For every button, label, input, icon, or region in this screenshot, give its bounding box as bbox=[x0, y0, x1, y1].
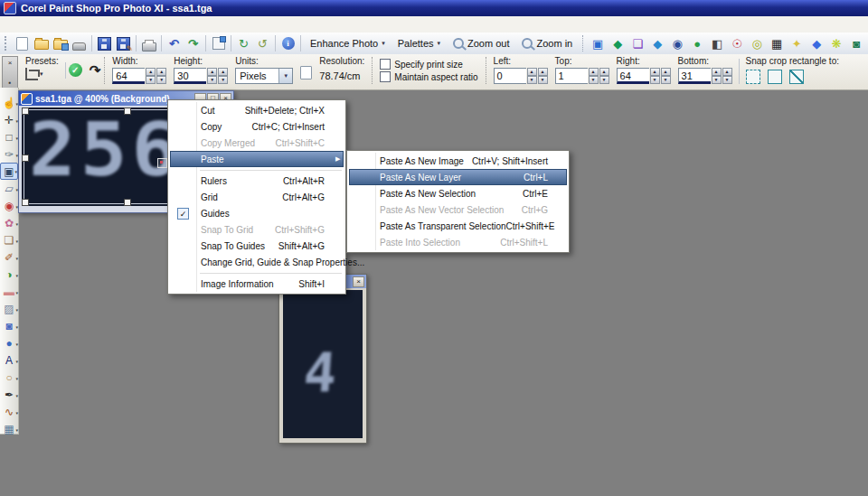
slider-down-button[interactable]: ▼ bbox=[722, 76, 732, 84]
effect-button-fit-image[interactable]: ▣ bbox=[588, 34, 608, 52]
effect-button-weave-pattern[interactable]: ▦ bbox=[767, 34, 787, 52]
flyout-arrow-icon[interactable]: ▾ bbox=[15, 273, 18, 278]
tool-button-mesh-warp[interactable]: ▦ ▾ bbox=[0, 420, 18, 437]
slider-up-button[interactable]: ▲ bbox=[156, 68, 166, 76]
tool-button-picture-tube[interactable]: ● ▾ bbox=[0, 334, 18, 351]
enhance-photo-button[interactable]: Enhance Photo▾ bbox=[304, 38, 392, 49]
field-value[interactable]: 1 bbox=[555, 68, 588, 84]
menu-item-paste-as-new-image[interactable]: Paste As New Image Ctrl+V; Shift+Insert bbox=[349, 153, 567, 169]
spin-up-button[interactable]: ▲ bbox=[207, 68, 217, 76]
clear-crop-button[interactable]: ↷ bbox=[90, 63, 101, 77]
tool-button-red-eye[interactable]: ◉ ▾ bbox=[0, 197, 18, 214]
flyout-arrow-icon[interactable]: ▾ bbox=[15, 256, 18, 261]
tool-button-flood-fill[interactable]: ◙ ▾ bbox=[0, 317, 18, 334]
zoom-out-button[interactable]: Zoom out bbox=[447, 38, 515, 49]
flyout-arrow-icon[interactable]: ▾ bbox=[15, 359, 18, 364]
menu-item-snap-to-grid[interactable]: Snap To Grid Ctrl+Shift+G bbox=[170, 221, 344, 238]
maintain-aspect-ratio-option[interactable]: Maintain aspect ratio bbox=[380, 71, 477, 82]
browse-button[interactable] bbox=[51, 34, 70, 52]
undo-button[interactable]: ↶ bbox=[165, 34, 184, 52]
slider-up-button[interactable]: ▲ bbox=[538, 68, 548, 76]
tool-button-paint-brush[interactable]: ✐ ▾ bbox=[0, 248, 18, 266]
save-button[interactable] bbox=[95, 34, 114, 52]
pin-icon[interactable]: ▪ bbox=[9, 79, 12, 87]
effect-button-red-seal[interactable]: ☉ bbox=[727, 34, 747, 52]
zoom-in-button[interactable]: Zoom in bbox=[515, 38, 579, 49]
slider-down-button[interactable]: ▼ bbox=[661, 76, 671, 84]
spin-down-button[interactable]: ▼ bbox=[146, 76, 156, 84]
apply-crop-button[interactable]: ✓ bbox=[69, 63, 82, 77]
tool-button-pen[interactable]: ✒ ▾ bbox=[0, 386, 18, 403]
tool-button-dropper[interactable]: ✑ ▾ bbox=[0, 145, 18, 163]
dropdown-arrow-icon[interactable]: ▼ bbox=[278, 69, 292, 83]
menu-item-snap-to-guides[interactable]: Snap To Guides Shift+Alt+G bbox=[170, 238, 344, 254]
close-button[interactable]: × bbox=[353, 276, 364, 287]
menu-item-guides[interactable]: ✓ Guides bbox=[170, 205, 344, 221]
menu-item-image-information[interactable]: Image Information Shift+I bbox=[170, 276, 344, 292]
snap-layer-opaque-button[interactable] bbox=[746, 70, 760, 84]
crop-handle[interactable] bbox=[124, 108, 131, 115]
save-as-button[interactable]: ✎ bbox=[114, 34, 133, 52]
field-value[interactable]: 64 bbox=[617, 68, 649, 84]
effect-button-blue-diamond-box[interactable]: ◆ bbox=[647, 34, 667, 52]
menu-item-paste-as-new-layer[interactable]: Paste As New Layer Ctrl+L bbox=[349, 169, 567, 185]
palette-grip[interactable]: × ▪ bbox=[2, 56, 18, 89]
chevron-down-icon[interactable]: ▾ bbox=[40, 70, 43, 78]
spin-up-button[interactable]: ▲ bbox=[650, 68, 660, 76]
tool-button-straighten[interactable]: ▱ ▾ bbox=[0, 180, 18, 197]
flyout-arrow-icon[interactable]: ▾ bbox=[15, 324, 18, 330]
image-information-button[interactable]: i bbox=[278, 34, 297, 52]
slider-down-button[interactable]: ▼ bbox=[538, 76, 548, 84]
redo-button[interactable]: ↷ bbox=[184, 34, 203, 52]
effect-button-sunburst[interactable]: ❋ bbox=[826, 34, 846, 52]
tool-button-pan[interactable]: ☝ ▾ bbox=[0, 94, 18, 111]
menu-item-copy-merged[interactable]: Copy Merged Ctrl+Shift+C bbox=[170, 135, 344, 151]
spin-down-button[interactable]: ▼ bbox=[527, 76, 537, 84]
tool-button-color-changer[interactable]: ◑ ▾ bbox=[0, 266, 18, 283]
tool-button-warp-brush[interactable]: ∿ ▾ bbox=[0, 403, 18, 420]
slider-down-button[interactable]: ▼ bbox=[156, 76, 166, 84]
spin-down-button[interactable]: ▼ bbox=[712, 76, 722, 84]
spin-down-button[interactable]: ▼ bbox=[650, 76, 660, 84]
flyout-arrow-icon[interactable]: ▾ bbox=[15, 376, 18, 381]
field-value[interactable]: 31 bbox=[678, 68, 711, 84]
slider-up-button[interactable]: ▲ bbox=[599, 68, 609, 76]
effect-button-compass[interactable]: ◉ bbox=[667, 34, 687, 52]
spin-up-button[interactable]: ▲ bbox=[589, 68, 599, 76]
slider-up-button[interactable]: ▲ bbox=[661, 68, 671, 76]
slider-down-button[interactable]: ▼ bbox=[218, 76, 228, 84]
flyout-arrow-icon[interactable]: ▾ bbox=[15, 427, 18, 433]
title-bar[interactable]: Corel Paint Shop Pro Photo XI - ssa1.tga bbox=[0, 0, 868, 16]
image-canvas[interactable]: 4 bbox=[283, 290, 363, 438]
palettes-button[interactable]: Palettes▾ bbox=[392, 38, 447, 49]
toolbar-grip[interactable] bbox=[5, 36, 10, 51]
field-value[interactable]: 30 bbox=[174, 68, 206, 84]
checkbox-icon[interactable] bbox=[380, 59, 391, 70]
effect-button-green-orb[interactable]: ● bbox=[687, 34, 707, 52]
print-button[interactable] bbox=[139, 34, 158, 52]
twain-acquire-button[interactable] bbox=[70, 34, 89, 52]
field-value[interactable]: 0 bbox=[494, 68, 526, 84]
tool-button-selection[interactable]: □ ▾ bbox=[0, 128, 18, 145]
spin-up-button[interactable]: ▲ bbox=[146, 68, 156, 76]
flyout-arrow-icon[interactable]: ▾ bbox=[14, 169, 17, 174]
menu-item-paste-into-selection[interactable]: Paste Into Selection Ctrl+Shift+L bbox=[349, 234, 567, 250]
menu-item-paste-as-transparent-selection[interactable]: Paste As Transparent Selection Ctrl+Shif… bbox=[349, 218, 567, 234]
menu-item-grid[interactable]: Grid Ctrl+Alt+G bbox=[170, 189, 344, 205]
tool-button-eraser[interactable]: ▬ ▾ bbox=[0, 283, 18, 300]
units-dropdown[interactable]: Pixels▼ bbox=[235, 68, 293, 84]
spin-down-button[interactable]: ▼ bbox=[589, 76, 599, 84]
field-value[interactable]: 64 bbox=[112, 68, 145, 84]
new-image-button[interactable] bbox=[13, 34, 32, 52]
slider-up-button[interactable]: ▲ bbox=[218, 68, 228, 76]
flyout-arrow-icon[interactable]: ▾ bbox=[15, 307, 18, 313]
swap-size-button[interactable] bbox=[297, 63, 316, 81]
tool-button-background-eraser[interactable]: ▨ ▾ bbox=[0, 300, 18, 317]
menu-item-change-grid-guide-snap[interactable]: Change Grid, Guide & Snap Properties... bbox=[170, 254, 344, 270]
tool-button-makeover[interactable]: ✿ ▾ bbox=[0, 214, 18, 231]
menu-item-paste-as-new-selection[interactable]: Paste As New Selection Ctrl+E bbox=[349, 185, 567, 201]
tool-button-clone-brush[interactable]: ❏ ▾ bbox=[0, 231, 18, 248]
effect-button-sparkle-dots[interactable]: ✦ bbox=[787, 34, 807, 52]
tool-button-crop[interactable]: ▣ ▾ bbox=[0, 163, 18, 180]
tool-button-preset-shape[interactable]: ○ ▾ bbox=[0, 369, 18, 386]
